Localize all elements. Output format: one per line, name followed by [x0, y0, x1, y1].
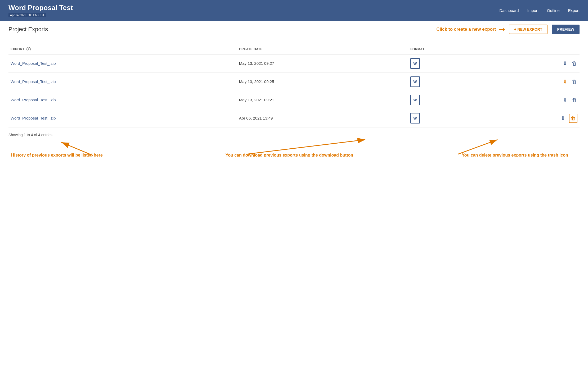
svg-line-3: [458, 140, 498, 154]
col-header-actions: [494, 44, 580, 54]
annotation-delete-text: You can delete previous exports using th…: [462, 153, 568, 158]
export-file-link[interactable]: Word_Proposal_Test_.zip: [11, 116, 56, 120]
app-title: Word Proposal Test: [8, 4, 73, 12]
col-header-format: FORMAT: [408, 44, 494, 54]
annotation-new-export-text: Click to create a new export: [436, 27, 496, 32]
annotation-new-export: Click to create a new export ➞: [436, 25, 505, 34]
action-buttons: ⇓🗑: [496, 96, 577, 104]
export-date: May 13, 2021 09:21: [239, 98, 274, 102]
word-format-icon: W: [410, 113, 420, 124]
subheader-actions: Click to create a new export ➞ + NEW EXP…: [436, 25, 580, 34]
download-button[interactable]: ⇓: [560, 115, 566, 122]
download-button[interactable]: ⇓: [562, 78, 568, 85]
export-date: May 13, 2021 09:25: [239, 79, 274, 84]
col-header-export: EXPORT ?: [8, 44, 237, 54]
page-title: Project Exports: [8, 26, 48, 33]
nav-import[interactable]: Import: [527, 8, 539, 13]
preview-button[interactable]: PREVIEW: [552, 25, 580, 34]
col-header-date: CREATE DATE: [237, 44, 408, 54]
word-format-icon: W: [410, 76, 420, 87]
app-subtitle: Apr 14 2021 5:00 PM CDT: [8, 13, 46, 17]
action-buttons: ⇓🗑: [496, 60, 577, 67]
app-header: Word Proposal Test Apr 14 2021 5:00 PM C…: [0, 0, 588, 21]
trash-button[interactable]: 🗑: [569, 114, 577, 123]
trash-button[interactable]: 🗑: [571, 97, 577, 104]
header-left: Word Proposal Test Apr 14 2021 5:00 PM C…: [8, 4, 73, 17]
export-date: May 13, 2021 09:27: [239, 61, 274, 66]
arrow-right-icon: ➞: [499, 25, 505, 34]
word-format-icon: W: [410, 95, 420, 105]
svg-line-2: [246, 140, 365, 154]
main-nav: Dashboard Import Outline Export: [499, 8, 580, 13]
new-export-button[interactable]: + NEW EXPORT: [509, 25, 547, 34]
download-button[interactable]: ⇓: [562, 60, 568, 67]
table-row: Word_Proposal_Test_.zipApr 06, 2021 13:4…: [8, 109, 580, 127]
annotation-download-text: You can download previous exports using …: [226, 153, 353, 158]
export-file-link[interactable]: Word_Proposal_Test_.zip: [11, 61, 56, 66]
table-header-row: EXPORT ? CREATE DATE FORMAT: [8, 44, 580, 54]
annotation-area: History of previous exports will be list…: [8, 137, 580, 185]
table-row: Word_Proposal_Test_.zipMay 13, 2021 09:2…: [8, 73, 580, 91]
help-icon[interactable]: ?: [26, 47, 31, 51]
table-row: Word_Proposal_Test_.zipMay 13, 2021 09:2…: [8, 54, 580, 73]
word-format-icon: W: [410, 58, 420, 69]
action-buttons: ⇓🗑: [496, 78, 577, 85]
action-buttons: ⇓🗑: [496, 114, 577, 123]
annotation-arrows: [8, 137, 580, 185]
download-button[interactable]: ⇓: [562, 96, 568, 104]
entries-count: Showing 1 to 4 of 4 entries: [8, 133, 580, 137]
trash-button[interactable]: 🗑: [571, 78, 577, 85]
export-date: Apr 06, 2021 13:49: [239, 116, 273, 120]
table-row: Word_Proposal_Test_.zipMay 13, 2021 09:2…: [8, 91, 580, 109]
trash-button[interactable]: 🗑: [571, 60, 577, 67]
exports-table: EXPORT ? CREATE DATE FORMAT Word_Proposa…: [8, 44, 580, 127]
nav-dashboard[interactable]: Dashboard: [499, 8, 519, 13]
subheader: Project Exports Click to create a new ex…: [0, 21, 588, 38]
annotation-history-text: History of previous exports will be list…: [11, 153, 103, 158]
export-file-link[interactable]: Word_Proposal_Test_.zip: [11, 79, 56, 84]
export-file-link[interactable]: Word_Proposal_Test_.zip: [11, 98, 56, 102]
main-content: EXPORT ? CREATE DATE FORMAT Word_Proposa…: [0, 38, 588, 191]
nav-export[interactable]: Export: [568, 8, 580, 13]
nav-outline[interactable]: Outline: [547, 8, 560, 13]
